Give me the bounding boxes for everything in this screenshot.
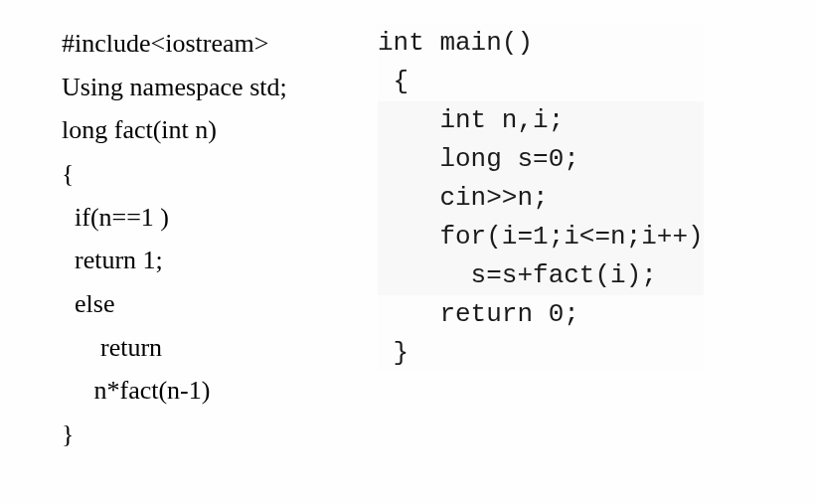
code-line: n*fact(n-1) xyxy=(62,369,287,413)
code-line: if(n==1 ) xyxy=(62,196,287,240)
code-line: Using namespace std; xyxy=(62,66,287,109)
code-line: long s=0; xyxy=(378,140,704,179)
code-line: } xyxy=(378,334,704,373)
code-line: { xyxy=(378,63,704,101)
code-line: long fact(int n) xyxy=(62,108,287,152)
code-line: int main() xyxy=(378,24,704,63)
code-line: int n,i; xyxy=(378,101,704,140)
code-line: return 1; xyxy=(62,239,287,282)
code-line: else xyxy=(62,282,287,326)
code-line: #include<iostream> xyxy=(62,22,287,66)
code-line: s=s+fact(i); xyxy=(378,256,704,295)
left-code-block: #include<iostream> Using namespace std; … xyxy=(62,22,287,456)
code-line: { xyxy=(62,152,287,196)
code-line: cin>>n; xyxy=(378,179,704,218)
code-line: } xyxy=(62,413,287,456)
right-code-block: int main() { int n,i; long s=0; cin>>n; … xyxy=(378,24,704,373)
code-line: return xyxy=(62,326,287,370)
code-line: return 0; xyxy=(378,295,704,334)
code-line: for(i=1;i<=n;i++) xyxy=(378,218,704,256)
